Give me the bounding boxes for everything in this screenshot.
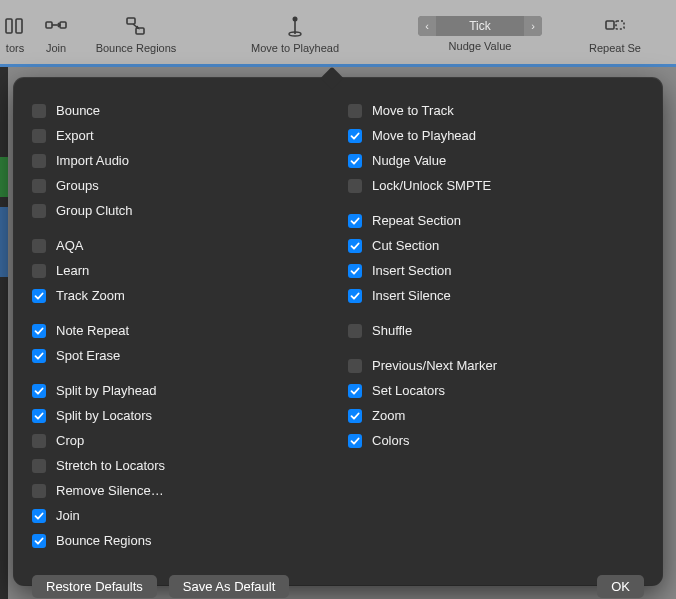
svg-rect-9 [616, 21, 624, 29]
option-label: Lock/Unlock SMPTE [372, 178, 491, 193]
checkbox-groups[interactable] [32, 179, 46, 193]
option-split-by-playhead[interactable]: Split by Playhead [32, 378, 328, 403]
option-group-clutch[interactable]: Group Clutch [32, 198, 328, 223]
option-nudge-value-opt[interactable]: Nudge Value [348, 148, 644, 173]
option-groups[interactable]: Groups [32, 173, 328, 198]
option-insert-section[interactable]: Insert Section [348, 258, 644, 283]
checkbox-prev-next-marker[interactable] [348, 359, 362, 373]
toolbar-item-label: Join [46, 42, 66, 54]
option-label: Set Locators [372, 383, 445, 398]
option-label: Previous/Next Marker [372, 358, 497, 373]
option-bounce[interactable]: Bounce [32, 98, 328, 123]
option-prev-next-marker[interactable]: Previous/Next Marker [348, 353, 644, 378]
option-label: Move to Track [372, 103, 454, 118]
nudge-stepper[interactable]: ‹ Tick › [418, 16, 542, 36]
option-note-repeat[interactable]: Note Repeat [32, 318, 328, 343]
toolbar-item-bounce-regions[interactable]: Bounce Regions [82, 14, 190, 54]
join-icon [42, 14, 70, 38]
option-label: Track Zoom [56, 288, 125, 303]
option-label: Export [56, 128, 94, 143]
option-label: Split by Playhead [56, 383, 156, 398]
option-crop[interactable]: Crop [32, 428, 328, 453]
option-import-audio[interactable]: Import Audio [32, 148, 328, 173]
option-label: AQA [56, 238, 83, 253]
svg-rect-1 [16, 19, 22, 33]
option-split-by-locators[interactable]: Split by Locators [32, 403, 328, 428]
checkbox-split-by-locators[interactable] [32, 409, 46, 423]
option-bounce-regions-opt[interactable]: Bounce Regions [32, 528, 328, 553]
checkbox-stretch-to-locators[interactable] [32, 459, 46, 473]
move-to-playhead-icon [281, 14, 309, 38]
checkbox-export[interactable] [32, 129, 46, 143]
option-repeat-section-opt[interactable]: Repeat Section [348, 208, 644, 233]
checkbox-lock-unlock-smpte[interactable] [348, 179, 362, 193]
checkbox-nudge-value-opt[interactable] [348, 154, 362, 168]
checkbox-move-to-playhead-opt[interactable] [348, 129, 362, 143]
toolbar-item-tors[interactable]: tors [0, 14, 30, 54]
option-move-to-track[interactable]: Move to Track [348, 98, 644, 123]
option-remove-silence[interactable]: Remove Silence… [32, 478, 328, 503]
toolbar-item-move-to-playhead[interactable]: Move to Playhead [190, 14, 400, 54]
option-join-opt[interactable]: Join [32, 503, 328, 528]
options-column-left: BounceExportImport AudioGroupsGroup Clut… [32, 98, 328, 563]
toolbar-item-repeat-section[interactable]: Repeat Se [560, 14, 670, 54]
option-colors[interactable]: Colors [348, 428, 644, 453]
checkbox-repeat-section-opt[interactable] [348, 214, 362, 228]
option-label: Remove Silence… [56, 483, 164, 498]
option-set-locators[interactable]: Set Locators [348, 378, 644, 403]
repeat-section-icon [601, 14, 629, 38]
option-label: Zoom [372, 408, 405, 423]
checkbox-import-audio[interactable] [32, 154, 46, 168]
checkbox-bounce-regions-opt[interactable] [32, 534, 46, 548]
option-stretch-to-locators[interactable]: Stretch to Locators [32, 453, 328, 478]
options-column-right: Move to TrackMove to PlayheadNudge Value… [348, 98, 644, 563]
nudge-prev-button[interactable]: ‹ [418, 16, 436, 36]
option-label: Groups [56, 178, 99, 193]
checkbox-remove-silence[interactable] [32, 484, 46, 498]
toolbar-item-join[interactable]: Join [30, 14, 82, 54]
option-learn[interactable]: Learn [32, 258, 328, 283]
checkbox-insert-silence[interactable] [348, 289, 362, 303]
checkbox-bounce[interactable] [32, 104, 46, 118]
checkbox-spot-erase[interactable] [32, 349, 46, 363]
checkbox-zoom[interactable] [348, 409, 362, 423]
checkbox-colors[interactable] [348, 434, 362, 448]
option-shuffle[interactable]: Shuffle [348, 318, 644, 343]
option-label: Shuffle [372, 323, 412, 338]
checkbox-insert-section[interactable] [348, 264, 362, 278]
option-move-to-playhead-opt[interactable]: Move to Playhead [348, 123, 644, 148]
checkbox-split-by-playhead[interactable] [32, 384, 46, 398]
checkbox-set-locators[interactable] [348, 384, 362, 398]
checkbox-aqa[interactable] [32, 239, 46, 253]
checkbox-crop[interactable] [32, 434, 46, 448]
option-label: Colors [372, 433, 410, 448]
checkbox-group-clutch[interactable] [32, 204, 46, 218]
checkbox-track-zoom[interactable] [32, 289, 46, 303]
checkbox-move-to-track[interactable] [348, 104, 362, 118]
restore-defaults-button[interactable]: Restore Defaults [32, 575, 157, 598]
options-group: Repeat SectionCut SectionInsert SectionI… [348, 208, 644, 308]
option-insert-silence[interactable]: Insert Silence [348, 283, 644, 308]
nudge-value[interactable]: Tick [436, 16, 524, 36]
option-label: Nudge Value [372, 153, 446, 168]
checkbox-learn[interactable] [32, 264, 46, 278]
checkbox-shuffle[interactable] [348, 324, 362, 338]
option-track-zoom[interactable]: Track Zoom [32, 283, 328, 308]
checkbox-cut-section[interactable] [348, 239, 362, 253]
option-label: Spot Erase [56, 348, 120, 363]
ok-button[interactable]: OK [597, 575, 644, 598]
option-lock-unlock-smpte[interactable]: Lock/Unlock SMPTE [348, 173, 644, 198]
checkbox-join-opt[interactable] [32, 509, 46, 523]
nudge-next-button[interactable]: › [524, 16, 542, 36]
option-aqa[interactable]: AQA [32, 233, 328, 258]
option-label: Learn [56, 263, 89, 278]
timeline-highlight [0, 64, 676, 67]
option-export[interactable]: Export [32, 123, 328, 148]
save-as-default-button[interactable]: Save As Default [169, 575, 290, 598]
track-color-strip [0, 67, 8, 599]
options-group: Note RepeatSpot Erase [32, 318, 328, 368]
option-spot-erase[interactable]: Spot Erase [32, 343, 328, 368]
option-zoom[interactable]: Zoom [348, 403, 644, 428]
option-cut-section[interactable]: Cut Section [348, 233, 644, 258]
checkbox-note-repeat[interactable] [32, 324, 46, 338]
